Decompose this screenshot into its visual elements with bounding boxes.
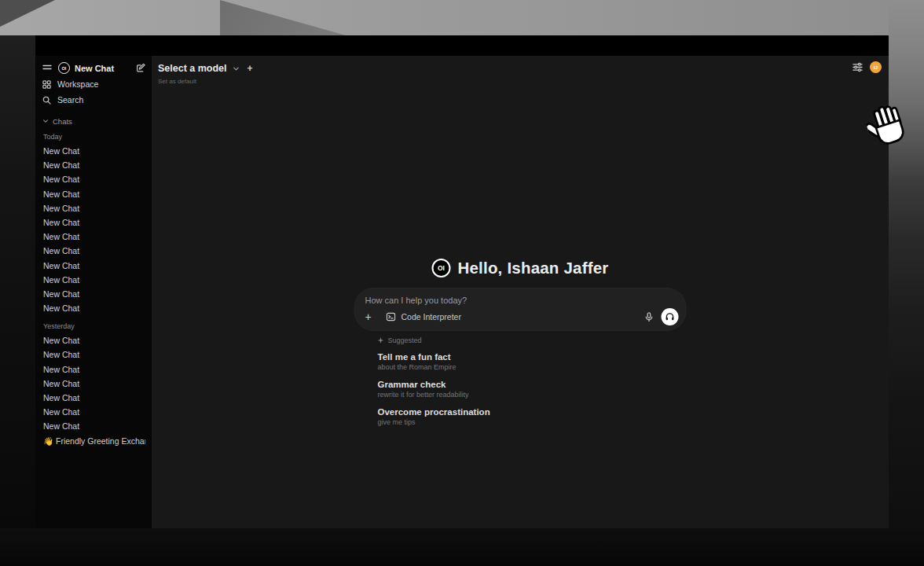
prompt-subtitle: give me tips bbox=[378, 418, 686, 427]
terminal-icon bbox=[387, 312, 396, 322]
workspace-grid-icon bbox=[42, 80, 51, 89]
chevron-down-icon bbox=[233, 65, 240, 72]
suggested-prompt[interactable]: Grammar check rewrite it for better read… bbox=[378, 379, 686, 399]
chat-list-item[interactable]: New Chat bbox=[42, 391, 145, 405]
suggested-label: Suggested bbox=[388, 336, 422, 344]
microphone-icon[interactable] bbox=[644, 312, 654, 322]
chevron-down-icon bbox=[42, 118, 49, 124]
model-selector-label: Select a model bbox=[158, 63, 227, 74]
chat-list-item[interactable]: 👋 Friendly Greeting Exchange bbox=[42, 434, 145, 448]
sidebar-title: New Chat bbox=[75, 64, 136, 73]
chat-list-item[interactable]: New Chat bbox=[42, 144, 145, 158]
prompt-subtitle: about the Roman Empire bbox=[378, 363, 686, 372]
chat-list-item[interactable]: New Chat bbox=[42, 187, 145, 201]
search-icon bbox=[42, 96, 51, 105]
code-interpreter-toggle[interactable]: Code Interpreter bbox=[387, 312, 461, 322]
sidebar: OI New Chat Workspace Search bbox=[35, 56, 152, 528]
sidebar-toggle-icon[interactable] bbox=[42, 61, 52, 75]
suggested-header: Suggested bbox=[378, 336, 686, 344]
center-content: OI Hello, Ishaan Jaffer + Code Interpret… bbox=[355, 257, 686, 427]
code-interpreter-label: Code Interpreter bbox=[402, 312, 461, 322]
main-header: Select a model + Set as default bbox=[158, 63, 253, 85]
desktop-background-bottom bbox=[0, 528, 924, 566]
greeting: OI Hello, Ishaan Jaffer bbox=[355, 257, 686, 278]
chat-list-item[interactable]: New Chat bbox=[42, 273, 145, 287]
app-topbar bbox=[35, 35, 889, 56]
chat-list-item[interactable]: New Chat bbox=[42, 287, 145, 301]
new-chat-button[interactable] bbox=[136, 61, 145, 75]
app-window: OI New Chat Workspace Search bbox=[35, 35, 889, 528]
composer-toolbar: + Code Interpreter bbox=[365, 308, 679, 325]
app-logo: OI bbox=[58, 62, 70, 74]
chat-list-item[interactable]: New Chat bbox=[42, 158, 145, 172]
chat-list-item[interactable]: New Chat bbox=[42, 377, 145, 391]
sidebar-item-workspace[interactable]: Workspace bbox=[42, 78, 145, 90]
search-label: Search bbox=[57, 95, 83, 105]
chat-list-item[interactable]: New Chat bbox=[42, 215, 145, 230]
chat-list-item[interactable]: New Chat bbox=[42, 333, 145, 347]
suggested-prompt[interactable]: Tell me a fun fact about the Roman Empir… bbox=[378, 351, 686, 372]
headphones-icon bbox=[666, 312, 675, 322]
chat-list-item[interactable]: New Chat bbox=[42, 244, 145, 258]
desktop-background-left bbox=[0, 35, 35, 528]
chat-list-item[interactable]: New Chat bbox=[42, 362, 145, 377]
chat-list-item[interactable]: New Chat bbox=[42, 405, 145, 419]
chat-list-item[interactable]: New Chat bbox=[42, 347, 145, 362]
main-area: Select a model + Set as default IJ OI He… bbox=[152, 56, 889, 528]
prompt-title: Grammar check bbox=[378, 379, 686, 390]
suggested-prompt[interactable]: Overcome procrastination give me tips bbox=[378, 406, 686, 427]
desktop-background-right bbox=[889, 0, 924, 566]
message-input[interactable] bbox=[365, 296, 679, 305]
chat-group-label: Today bbox=[42, 133, 145, 142]
model-selector[interactable]: Select a model + bbox=[158, 63, 253, 74]
message-composer: + Code Interpreter bbox=[355, 289, 686, 330]
attach-plus-button[interactable]: + bbox=[365, 311, 376, 322]
chat-list-item[interactable]: New Chat bbox=[42, 259, 145, 273]
add-model-button[interactable]: + bbox=[248, 63, 253, 74]
chat-group-label: Yesterday bbox=[42, 322, 145, 331]
chat-groups: TodayNew ChatNew ChatNew ChatNew ChatNew… bbox=[42, 133, 145, 448]
prompt-title: Tell me a fun fact bbox=[378, 351, 686, 362]
workspace-label: Workspace bbox=[57, 79, 98, 89]
spark-icon bbox=[378, 337, 384, 344]
suggested-section: Suggested Tell me a fun fact about the R… bbox=[355, 336, 686, 427]
controls-sliders-icon[interactable] bbox=[852, 62, 863, 72]
screenshot-stage: OI New Chat Workspace Search bbox=[0, 0, 924, 566]
chat-list-item[interactable]: New Chat bbox=[42, 230, 145, 244]
user-avatar[interactable]: IJ bbox=[870, 61, 882, 73]
prompt-title: Overcome procrastination bbox=[378, 406, 686, 417]
chat-list-item[interactable]: New Chat bbox=[42, 172, 145, 186]
chat-list-item[interactable]: New Chat bbox=[42, 419, 145, 433]
app-logo: OI bbox=[432, 259, 451, 277]
chat-list-item[interactable]: New Chat bbox=[42, 201, 145, 215]
greeting-text: Hello, Ishaan Jaffer bbox=[458, 259, 609, 277]
chats-section-toggle[interactable]: Chats bbox=[42, 116, 145, 126]
sidebar-header: OI New Chat bbox=[42, 61, 145, 75]
sidebar-item-search[interactable]: Search bbox=[42, 94, 145, 106]
voice-call-button[interactable] bbox=[662, 308, 679, 325]
header-right: IJ bbox=[852, 61, 882, 73]
desktop-background-top bbox=[0, 0, 924, 35]
chat-list-item[interactable]: New Chat bbox=[42, 301, 145, 315]
chats-label: Chats bbox=[53, 117, 72, 126]
set-as-default-link[interactable]: Set as default bbox=[158, 78, 253, 85]
prompt-subtitle: rewrite it for better readability bbox=[378, 391, 686, 399]
